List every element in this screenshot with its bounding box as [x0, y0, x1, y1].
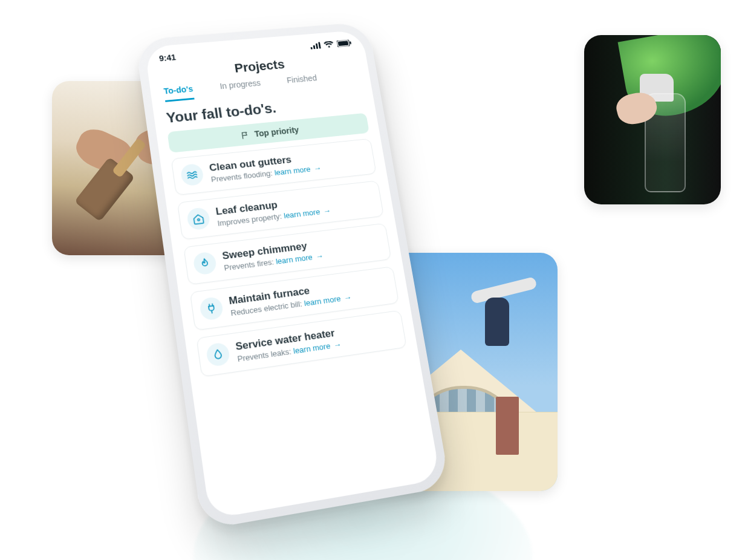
project-card-water-heater[interactable]: Service water heater Prevents leaks: lea… — [196, 310, 406, 377]
svg-rect-0 — [311, 47, 313, 50]
wifi-icon — [323, 41, 334, 48]
phone-mockup: 9:41 Projects To- — [135, 22, 450, 530]
learn-more-link[interactable]: learn more → — [293, 340, 342, 356]
arrow-right-icon: → — [315, 251, 324, 261]
battery-icon — [337, 39, 353, 47]
tab-finished[interactable]: Finished — [286, 73, 319, 91]
house-icon — [186, 207, 211, 230]
status-time: 9:41 — [158, 53, 177, 63]
cellular-icon — [310, 42, 320, 49]
learn-more-link[interactable]: learn more → — [304, 293, 352, 308]
droplet-icon — [206, 342, 231, 367]
svg-rect-5 — [338, 41, 349, 46]
arrow-right-icon: → — [322, 206, 331, 216]
flame-icon — [192, 251, 217, 275]
svg-rect-2 — [316, 44, 318, 49]
svg-rect-1 — [313, 45, 316, 50]
waves-icon — [180, 163, 204, 186]
card-title: Service water heater — [235, 319, 395, 353]
learn-more-link[interactable]: learn more → — [275, 251, 324, 265]
card-subtitle: Reduces electric bill: learn more → — [230, 288, 389, 318]
flag-icon — [241, 130, 251, 140]
app-screen: 9:41 Projects To- — [145, 30, 441, 519]
svg-rect-6 — [350, 41, 351, 44]
svg-point-7 — [198, 218, 200, 221]
arrow-right-icon: → — [333, 340, 342, 350]
tab-todos[interactable]: To-do's — [163, 84, 195, 102]
arrow-right-icon: → — [313, 163, 322, 172]
plug-icon — [199, 296, 224, 321]
top-priority-label: Top priority — [254, 125, 300, 138]
svg-rect-3 — [318, 42, 321, 48]
card-subtitle: Prevents leaks: learn more → — [237, 332, 397, 363]
photo-plant-mist — [584, 35, 721, 204]
arrow-right-icon: → — [343, 293, 352, 302]
